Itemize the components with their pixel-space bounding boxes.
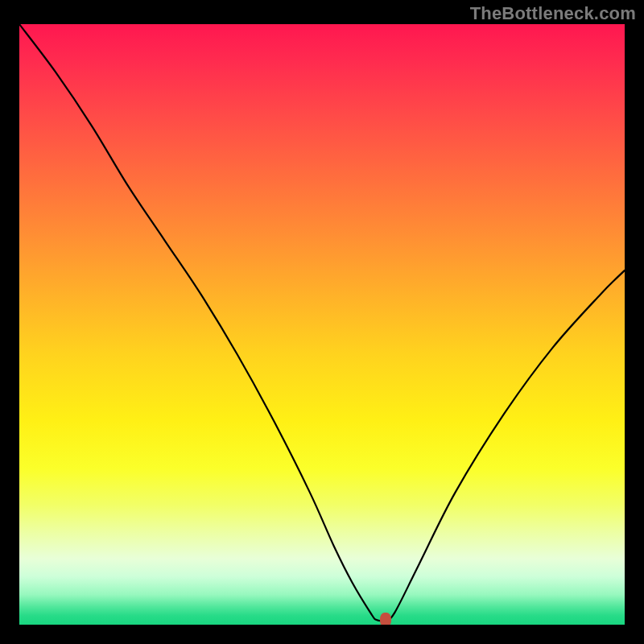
bottleneck-curve — [19, 24, 625, 625]
chart-frame: TheBottleneck.com — [0, 0, 644, 644]
watermark-text: TheBottleneck.com — [470, 3, 636, 24]
plot-area — [19, 24, 625, 625]
optimal-marker — [380, 613, 391, 625]
